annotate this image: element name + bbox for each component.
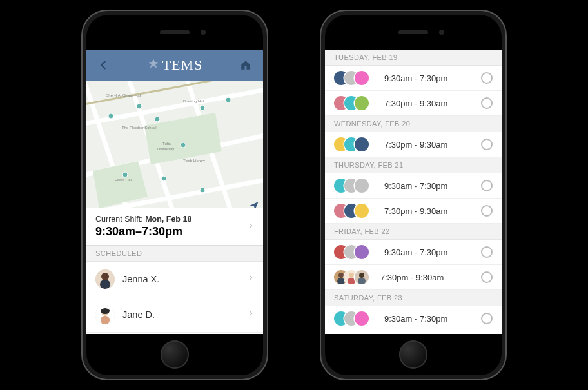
- day-heading: TUESDAY, FEB 19: [325, 50, 502, 66]
- map-view[interactable]: Cheryl A. Chase Hall Dowling Hall Tufts …: [86, 81, 263, 208]
- slot-time: 7:30pm - 9:30am: [374, 273, 472, 282]
- svg-text:Lewis Hall: Lewis Hall: [115, 178, 132, 182]
- phone-mockup-left: TEMS: [81, 10, 268, 380]
- svg-text:University: University: [157, 147, 174, 151]
- svg-rect-34: [337, 278, 345, 284]
- svg-point-22: [181, 142, 186, 148]
- svg-rect-31: [101, 316, 110, 324]
- select-radio[interactable]: [481, 139, 493, 150]
- member-dot: [355, 71, 369, 85]
- chevron-right-icon: [248, 273, 254, 285]
- person-row[interactable]: Jane D.: [86, 297, 263, 333]
- svg-point-17: [137, 104, 142, 109]
- svg-text:Tufts: Tufts: [162, 142, 171, 146]
- select-radio[interactable]: [481, 313, 493, 324]
- logo-icon: [147, 59, 160, 72]
- member-dots: [334, 245, 369, 259]
- select-radio[interactable]: [481, 246, 493, 258]
- member-dots: [334, 179, 369, 193]
- person-name: Jenna X.: [122, 274, 248, 284]
- member-dots: [334, 204, 369, 218]
- shift-slot-row[interactable]: 7:30pm - 9:30am: [325, 91, 502, 116]
- select-radio[interactable]: [481, 180, 493, 191]
- slot-time: 7:30pm - 9:30am: [378, 99, 472, 108]
- shift-slot-row[interactable]: 7:30pm - 9:30am: [325, 199, 502, 224]
- home-button[interactable]: [239, 58, 253, 72]
- shift-slot-row[interactable]: 9:30am - 7:30pm: [325, 173, 502, 199]
- member-dots: [334, 71, 369, 85]
- member-dot: [355, 179, 369, 193]
- svg-point-25: [200, 188, 205, 193]
- member-dots: [334, 311, 369, 326]
- app-screen-right: TUESDAY, FEB 199:30am - 7:30pm7:30pm - 9…: [325, 50, 502, 334]
- select-radio[interactable]: [481, 72, 493, 84]
- member-dot: [355, 204, 369, 218]
- svg-point-20: [200, 105, 205, 110]
- svg-text:Cheryl A. Chase Hall: Cheryl A. Chase Hall: [106, 93, 141, 97]
- scheduled-heading: SCHEDULED: [86, 246, 263, 262]
- day-heading: SATURDAY, FEB 23: [325, 290, 502, 306]
- app-title: TEMS: [147, 57, 203, 73]
- svg-rect-40: [358, 278, 366, 284]
- select-radio[interactable]: [481, 97, 493, 109]
- device-bezel-bottom: [325, 334, 502, 375]
- svg-rect-28: [100, 280, 110, 289]
- member-dot: [355, 245, 369, 259]
- select-radio[interactable]: [481, 205, 493, 217]
- current-shift-time: 9:30am–7:30pm: [95, 225, 248, 239]
- person-row[interactable]: Jenna X.: [86, 262, 263, 297]
- svg-point-27: [101, 273, 109, 280]
- svg-point-21: [226, 97, 231, 102]
- shift-slot-row[interactable]: 7:30pm - 9:30am: [325, 265, 502, 290]
- shift-slot-row[interactable]: 9:30am - 7:30pm: [325, 306, 502, 331]
- chevron-left-icon: [98, 59, 110, 71]
- member-dots: [334, 270, 365, 284]
- shift-slot-row[interactable]: 9:30am - 7:30pm: [325, 66, 502, 91]
- current-shift-label: Current Shift: Mon, Feb 18: [95, 215, 248, 224]
- home-icon: [240, 59, 251, 71]
- slot-time: 9:30am - 7:30pm: [378, 181, 472, 191]
- avatar: [95, 269, 115, 289]
- device-home-button[interactable]: [399, 340, 427, 369]
- slot-time: 9:30am - 7:30pm: [378, 73, 472, 83]
- member-dot: [355, 137, 369, 151]
- app-header: TEMS: [86, 50, 263, 81]
- device-home-button[interactable]: [161, 340, 189, 369]
- svg-point-33: [338, 273, 344, 278]
- member-dots: [334, 137, 369, 151]
- shift-slot-row[interactable]: 7:30pm - 9:30am: [325, 132, 502, 157]
- current-shift-row[interactable]: Current Shift: Mon, Feb 18 9:30am–7:30pm: [86, 208, 263, 246]
- member-dot: [355, 96, 369, 110]
- svg-point-23: [161, 176, 166, 181]
- select-radio[interactable]: [481, 271, 493, 283]
- svg-point-39: [359, 273, 364, 278]
- avatar: [95, 305, 115, 324]
- chevron-right-icon: [248, 221, 254, 233]
- svg-text:Tisch Library: Tisch Library: [183, 159, 205, 162]
- member-dot: [355, 311, 369, 326]
- app-title-text: TEMS: [162, 57, 203, 73]
- device-bezel-top: [325, 15, 502, 50]
- chevron-right-icon: [248, 309, 254, 320]
- device-bezel-top: [86, 15, 263, 50]
- svg-text:Dowling Hall: Dowling Hall: [183, 99, 204, 103]
- member-dots: [334, 96, 369, 110]
- back-button[interactable]: [97, 58, 111, 72]
- svg-point-36: [349, 273, 354, 278]
- svg-text:The Fletcher School: The Fletcher School: [122, 126, 157, 130]
- svg-rect-37: [348, 278, 355, 284]
- svg-point-24: [122, 172, 128, 177]
- day-heading: WEDNESDAY, FEB 20: [325, 116, 502, 132]
- app-screen-left: TEMS: [86, 50, 263, 334]
- shift-slot-row[interactable]: 9:30am - 7:30pm: [325, 240, 502, 265]
- avatar: [355, 270, 369, 284]
- slot-time: 9:30am - 7:30pm: [378, 314, 472, 324]
- device-bezel-bottom: [86, 334, 263, 375]
- svg-point-19: [155, 117, 160, 122]
- phone-mockup-right: TUESDAY, FEB 199:30am - 7:30pm7:30pm - 9…: [320, 10, 507, 380]
- slot-time: 7:30pm - 9:30am: [378, 140, 472, 150]
- day-heading: THURSDAY, FEB 21: [325, 157, 502, 173]
- day-heading: FRIDAY, FEB 22: [325, 224, 502, 240]
- slot-time: 9:30am - 7:30pm: [378, 248, 472, 257]
- svg-point-18: [108, 113, 113, 119]
